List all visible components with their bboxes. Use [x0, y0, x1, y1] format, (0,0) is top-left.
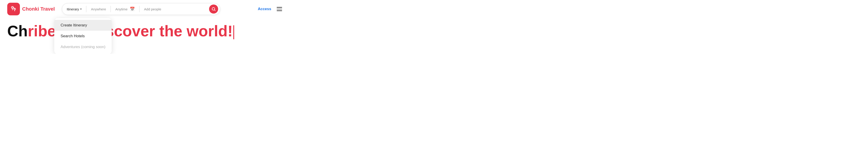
hero-section: Chribe and discover the world! [0, 18, 289, 39]
calendar-icon: 📅 [130, 6, 135, 11]
navbar: Chonki Travel Itinerary ▾ Anywhere Anyti… [0, 0, 289, 18]
add-people-segment[interactable]: Add people [140, 3, 166, 15]
search-button[interactable] [209, 4, 218, 13]
add-people-placeholder: Add people [144, 7, 161, 11]
access-link[interactable]: Access [258, 7, 271, 11]
anywhere-placeholder: Anywhere [91, 7, 106, 11]
dropdown-item-search-hotels[interactable]: Search Hotels [54, 31, 112, 41]
dropdown-item-adventures: Adventures (coming soon) [54, 41, 112, 53]
hamburger-menu-button[interactable] [277, 7, 282, 11]
text-cursor [233, 25, 234, 39]
anytime-segment[interactable]: Anytime 📅 [111, 3, 139, 15]
chevron-down-icon: ▾ [80, 7, 82, 11]
dropdown-item-create-itinerary[interactable]: Create Itinerary [54, 20, 112, 31]
logo-container[interactable]: Chonki Travel [7, 3, 55, 15]
itinerary-segment[interactable]: Itinerary ▾ [62, 3, 86, 15]
hamburger-line-3 [277, 10, 282, 11]
hamburger-line-2 [277, 9, 282, 9]
logo-icon [7, 3, 20, 15]
dropdown-container: Create Itinerary Search Hotels Adventure… [54, 18, 112, 54]
svg-line-5 [215, 10, 215, 11]
hamburger-line-1 [277, 7, 282, 8]
anywhere-segment[interactable]: Anywhere [86, 3, 111, 15]
anytime-placeholder: Anytime [115, 7, 127, 11]
search-bar: Itinerary ▾ Anywhere Anytime 📅 Add peopl… [62, 3, 220, 15]
brand-name: Chonki Travel [22, 6, 55, 12]
hero-heading: Chribe and discover the world! [7, 23, 282, 39]
hero-black-text: Ch [7, 22, 28, 39]
itinerary-label: Itinerary [67, 7, 79, 11]
nav-right: Access [258, 7, 282, 11]
dropdown-menu: Create Itinerary Search Hotels Adventure… [54, 18, 112, 54]
